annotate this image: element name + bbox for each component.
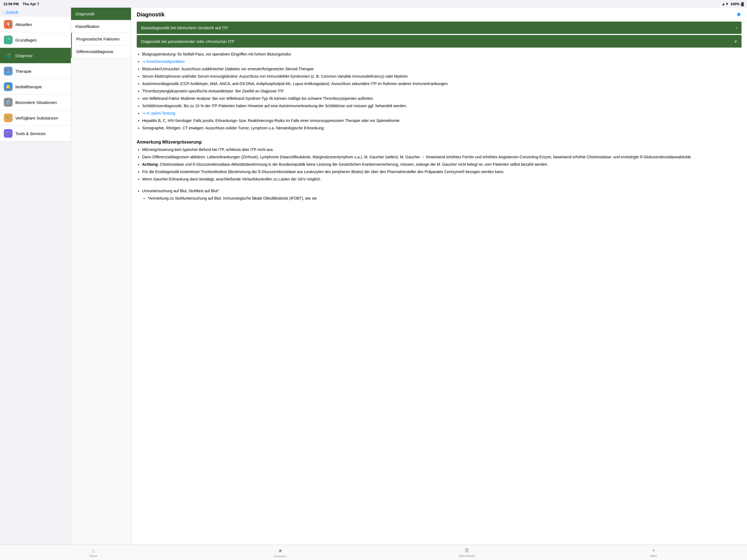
list-item: Thrombozytenglykoprotein-spezifische Ant…	[142, 88, 742, 94]
back-label: Zurück	[6, 10, 18, 15]
sidebar-item-aktuelles[interactable]: 📢 Aktuelles	[0, 17, 71, 32]
tab-icon-home: ⌂	[92, 548, 95, 554]
tab-item-datenschutz[interactable]: 🗎 Datenschutz	[374, 545, 560, 560]
sidebar-label-notfalltherapie: Notfalltherapie	[15, 84, 42, 89]
sidebar-label-grundlagen: Grundlagen	[15, 38, 36, 42]
sub-bullet-list: *Anmerkung zu Stuhluntersuchung auf Blut…	[142, 196, 742, 201]
sidebar-label-tools: Tools & Services	[15, 131, 46, 136]
status-bar: 12:59 PM Thu Apr 7 ▲▼ 100% ▓	[0, 0, 747, 8]
pylori-link[interactable]: ↪ H. pylori-Testung	[142, 111, 175, 116]
battery-icon: ▓	[741, 2, 744, 6]
sidebar-icon-aktuelles: 📢	[4, 20, 12, 29]
list-item: ↪ Knochenmarkpunktion	[142, 59, 742, 65]
list-item: Autoimmundiagnostik (CCP-Antikörper, ANA…	[142, 81, 742, 87]
section-bullets-1: Blutgruppentestung: für Notfall-Pass, vo…	[137, 49, 742, 135]
tab-label-favoriten: Favoriten	[274, 555, 287, 558]
sidebar-item-diagnose[interactable]: 🩺 Diagnose	[0, 48, 71, 63]
wifi-icon: ▲▼	[722, 2, 729, 6]
tab-bar: ⌂ Home ★ Favoriten 🗎 Datenschutz + Mehr	[0, 545, 747, 560]
sub-sidebar-item-klassifikation[interactable]: Klassifikation	[71, 20, 131, 33]
sub-sidebar-items: DiagnostikKlassifikationPrognostische Fa…	[71, 8, 131, 58]
status-time: 12:59 PM Thu Apr 7	[3, 2, 39, 6]
accordion-container: Basisdiagnostik bei klinischem Verdacht …	[137, 22, 742, 48]
sidebar-item-besondere[interactable]: ⚙️ Besondere Situationen	[0, 95, 71, 110]
sub-sidebar-item-diagnostik[interactable]: Diagnostik	[71, 8, 131, 20]
sidebar-item-notfalltherapie[interactable]: 🔔 Notfalltherapie	[0, 79, 71, 95]
tab-item-favoriten[interactable]: ★ Favoriten	[187, 545, 374, 560]
achtung-label: Achtung	[142, 162, 158, 167]
sidebar-label-verfugbare: Verfügbare Substanzen	[15, 116, 58, 120]
sidebar-icon-tools: 🔨	[4, 129, 12, 138]
content-area: Diagnostik ★ Basisdiagnostik bei klinisc…	[131, 8, 747, 545]
accordion-header-persistierend[interactable]: Diagnostik bei persistierender oder chro…	[137, 35, 742, 48]
back-chevron-icon: ‹	[3, 10, 5, 15]
list-item: Serum-Elektrophorese und/oder Serum-Immu…	[142, 74, 742, 79]
sidebar-item-tools[interactable]: 🔨 Tools & Services	[0, 126, 71, 142]
knochenmark-link[interactable]: ↪ Knochenmarkpunktion	[142, 59, 185, 64]
milz-heading: Anmerkung Milzvergrösserung:	[137, 140, 742, 145]
list-item: Dann Differenzialdiagnosen abklären: Leb…	[142, 154, 742, 160]
list-item: *Anmerkung zu Stuhluntersuchung auf Blut…	[148, 196, 742, 201]
app-container: ‹ Zurück 📢 Aktuelles 🧪 Grundlagen 🩺 Diag…	[0, 8, 747, 545]
sidebar-icon-diagnose: 🩺	[4, 51, 12, 60]
list-item: Blutgruppentestung: für Notfall-Pass, vo…	[142, 51, 742, 57]
tab-item-mehr[interactable]: + Mehr	[560, 545, 747, 560]
accordion-item-persistierend: Diagnostik bei persistierender oder chro…	[137, 35, 742, 48]
tab-icon-favoriten: ★	[278, 548, 283, 554]
list-item: Sonographie, Röntgen, CT erwägen: Aussch…	[142, 125, 742, 131]
time-display: 12:59 PM	[3, 2, 19, 6]
list-item: Für die Erstdiagnostik kostenloser Trock…	[142, 169, 742, 175]
bullet-list-1: Blutgruppentestung: für Notfall-Pass, vo…	[137, 51, 742, 131]
sidebar-label-besondere: Besondere Situationen	[15, 100, 57, 105]
favorite-star-icon[interactable]: ★	[736, 11, 742, 18]
list-item: Blutzucker/Urinzucker: Ausschluss subkli…	[142, 66, 742, 72]
tab-label-mehr: Mehr	[650, 554, 657, 558]
list-item: Wenn Gaucher-Erkrankung dann bestätigt, …	[142, 176, 742, 182]
sidebar-icon-grundlagen: 🧪	[4, 35, 12, 44]
back-button[interactable]: ‹ Zurück	[0, 8, 71, 17]
list-item: Milzvergrösserung kein typischer Befund …	[142, 147, 742, 153]
list-item: Achtung: Chiotriosidase und ß-Glucozereb…	[142, 161, 742, 167]
accordion-header-basisdiagnostik[interactable]: Basisdiagnostik bei klinischem Verdacht …	[137, 22, 742, 34]
sidebar-label-therapie: Therapie	[15, 69, 31, 74]
sidebar-label-aktuelles: Aktuelles	[15, 22, 32, 27]
sidebar-icon-verfugbare: 🔧	[4, 113, 12, 122]
sidebar-icon-therapie: ✂️	[4, 67, 12, 75]
accordion-label-basisdiagnostik: Basisdiagnostik bei klinischem Verdacht …	[141, 25, 228, 30]
sidebar-item-grundlagen[interactable]: 🧪 Grundlagen	[0, 32, 71, 48]
list-item: Schilddrüsendiagnostik: Bis zu 10 % der …	[142, 103, 742, 109]
sidebar-icon-besondere: ⚙️	[4, 98, 12, 107]
sidebar-items: 📢 Aktuelles 🧪 Grundlagen 🩺 Diagnose ✂️ T…	[0, 17, 71, 142]
tab-bar-items: ⌂ Home ★ Favoriten 🗎 Datenschutz + Mehr	[0, 545, 747, 560]
bullet-list-2: Milzvergrösserung kein typischer Befund …	[137, 147, 742, 182]
battery-display: 100%	[730, 2, 739, 6]
sub-sidebar: DiagnostikKlassifikationPrognostische Fa…	[71, 8, 131, 545]
tab-item-home[interactable]: ⌂ Home	[0, 545, 187, 560]
sidebar-label-diagnose: Diagnose	[15, 53, 32, 58]
sub-sidebar-item-prognostische[interactable]: Prognostische Faktoren	[71, 33, 131, 45]
content-body: Basisdiagnostik bei klinischem Verdacht …	[131, 22, 747, 208]
tab-icon-datenschutz: 🗎	[464, 548, 470, 554]
tab-label-datenschutz: Datenschutz	[459, 554, 475, 558]
sidebar-icon-notfalltherapie: 🔔	[4, 82, 12, 91]
sub-sidebar-item-differenzial[interactable]: Differenzialdiagnose	[71, 45, 131, 58]
list-item: Urinuntersuchung auf Blut, Stuhltest auf…	[142, 188, 742, 194]
content-title: Diagnostik	[137, 11, 164, 18]
date-display: Thu Apr 7	[23, 2, 39, 6]
status-right: ▲▼ 100% ▓	[722, 2, 744, 6]
sidebar: ‹ Zurück 📢 Aktuelles 🧪 Grundlagen 🩺 Diag…	[0, 8, 71, 545]
accordion-chevron-persistierend: ∨	[734, 39, 737, 44]
list-item: von Willebrand-Faktor Multimer-Analyse: …	[142, 96, 742, 101]
tab-label-home: Home	[89, 554, 97, 558]
sidebar-item-verfugbare[interactable]: 🔧 Verfügbare Substanzen	[0, 110, 71, 126]
accordion-label-persistierend: Diagnostik bei persistierender oder chro…	[141, 39, 234, 44]
list-item: Hepatitis B, C, HIV-Serologie: Falls pos…	[142, 118, 742, 124]
bullet-list-3: Urinuntersuchung auf Blut, Stuhltest auf…	[137, 188, 742, 201]
accordion-chevron-basisdiagnostik: ›	[736, 25, 737, 30]
content-header: Diagnostik ★	[131, 8, 747, 22]
sidebar-item-therapie[interactable]: ✂️ Therapie	[0, 63, 71, 79]
tab-icon-mehr: +	[652, 548, 655, 554]
list-item: ↪ H. pylori-Testung	[142, 110, 742, 116]
accordion-item-basisdiagnostik: Basisdiagnostik bei klinischem Verdacht …	[137, 22, 742, 34]
